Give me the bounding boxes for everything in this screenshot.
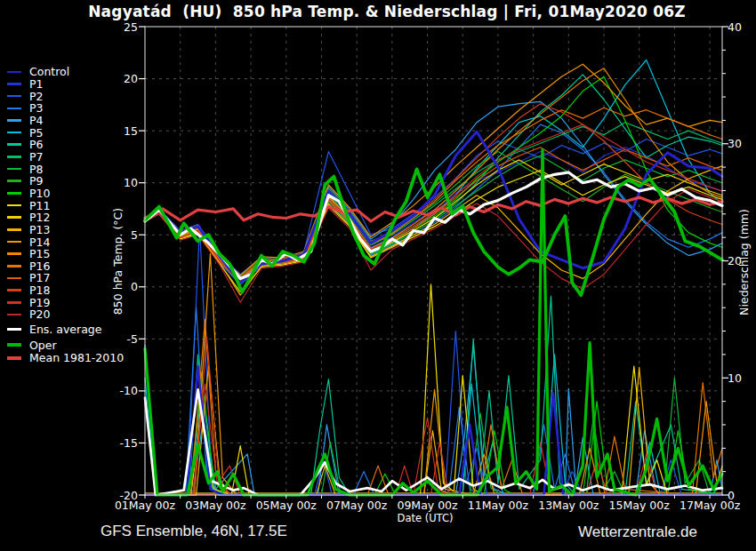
legend-color-swatch xyxy=(7,83,21,85)
series xyxy=(145,60,722,496)
legend-item-p5: P5 xyxy=(7,126,124,139)
legend-color-swatch xyxy=(7,265,21,268)
legend-item-p9: P9 xyxy=(7,175,124,188)
legend-color-swatch xyxy=(7,241,21,244)
svg-text:01May 00z: 01May 00z xyxy=(115,499,176,512)
legend-item-p3: P3 xyxy=(7,102,124,115)
svg-text:07May 00z: 07May 00z xyxy=(326,499,388,512)
svg-text:10: 10 xyxy=(124,176,138,189)
legend-color-swatch xyxy=(7,95,21,98)
legend-item-p2: P2 xyxy=(7,90,124,102)
svg-text:40: 40 xyxy=(728,20,742,34)
legend-color-swatch xyxy=(7,192,21,195)
svg-text:30: 30 xyxy=(728,137,742,150)
legend-label: P9 xyxy=(29,175,44,187)
legend-color-swatch xyxy=(7,328,21,331)
legend-color-swatch xyxy=(7,343,21,347)
legend-color-swatch xyxy=(7,156,21,158)
svg-text:20: 20 xyxy=(124,72,138,85)
legend-item-p13: P13 xyxy=(7,224,124,236)
legend-item-p19: P19 xyxy=(7,296,124,308)
legend-label: P19 xyxy=(29,297,50,308)
legend-label: P18 xyxy=(29,284,50,296)
legend-label: P10 xyxy=(29,188,50,199)
series-p5 xyxy=(145,60,722,496)
legend-item-p17: P17 xyxy=(7,272,124,284)
legend-item-oper: Oper xyxy=(7,339,124,351)
legend-item-ens-average: Ens. average xyxy=(7,323,124,336)
legend-item-p20: P20 xyxy=(7,308,124,321)
legend-color-swatch xyxy=(7,168,21,171)
legend-label: P4 xyxy=(29,115,44,126)
legend-label: P7 xyxy=(29,151,44,163)
svg-text:15May 00z: 15May 00z xyxy=(609,499,671,512)
legend-item-p16: P16 xyxy=(7,260,124,273)
legend-label: P2 xyxy=(29,91,44,102)
legend-color-swatch xyxy=(7,356,21,360)
site-credit-text: Wetterzentrale.de xyxy=(578,523,697,541)
legend-label: Mean 1981-2010 xyxy=(29,352,124,363)
legend-item-p11: P11 xyxy=(7,199,124,212)
legend-item-p10: P10 xyxy=(7,188,124,200)
legend-color-swatch xyxy=(7,108,21,110)
svg-text:0: 0 xyxy=(131,280,138,293)
legend-label: P12 xyxy=(29,212,50,223)
legend-label: P1 xyxy=(29,78,44,90)
legend-label: Control xyxy=(29,66,69,77)
svg-text:10: 10 xyxy=(728,371,742,385)
svg-text:-10: -10 xyxy=(120,384,138,397)
legend-label: P5 xyxy=(29,127,44,139)
legend-item-p6: P6 xyxy=(7,139,124,151)
svg-text:Date (UTC): Date (UTC) xyxy=(398,512,454,524)
svg-text:15: 15 xyxy=(124,124,138,138)
legend-label: Oper xyxy=(29,339,57,351)
legend-label: P14 xyxy=(29,236,50,248)
legend-label: P3 xyxy=(29,102,44,114)
legend-color-swatch xyxy=(7,289,21,291)
svg-text:09May 00z: 09May 00z xyxy=(397,499,458,512)
svg-text:11May 00z: 11May 00z xyxy=(468,499,529,512)
legend-item-p12: P12 xyxy=(7,212,124,224)
legend-label: P13 xyxy=(29,224,50,236)
svg-text:-15: -15 xyxy=(120,436,138,450)
grid xyxy=(145,27,722,495)
svg-text:-5: -5 xyxy=(127,332,138,346)
legend-item-p4: P4 xyxy=(7,115,124,127)
series-p17 xyxy=(145,148,722,283)
svg-text:13May 00z: 13May 00z xyxy=(538,499,599,512)
series-p2 xyxy=(145,140,722,496)
legend-color-swatch xyxy=(7,180,21,182)
legend-item-p14: P14 xyxy=(7,236,124,248)
legend-label: P11 xyxy=(29,200,50,212)
meteogram-app: 2520151050-5-10-15-2040302010001May 00z0… xyxy=(0,0,756,551)
svg-text:17May 00z: 17May 00z xyxy=(680,499,741,512)
legend-label: P8 xyxy=(29,164,44,175)
legend-label: P20 xyxy=(29,308,50,320)
legend-item-p8: P8 xyxy=(7,163,124,175)
legend-item-p1: P1 xyxy=(7,78,124,91)
legend-color-swatch xyxy=(7,132,21,134)
legend-item-control: Control xyxy=(7,66,124,78)
legend-item-mean-1981-2010: Mean 1981-2010 xyxy=(7,352,124,364)
legend-color-swatch xyxy=(7,204,21,207)
legend-item-p15: P15 xyxy=(7,248,124,260)
svg-text:25: 25 xyxy=(124,20,138,34)
legend-color-swatch xyxy=(7,314,21,316)
legend-color-swatch xyxy=(7,216,21,219)
legend-color-swatch xyxy=(7,277,21,280)
legend-label: P6 xyxy=(29,139,44,150)
legend-color-swatch xyxy=(7,71,21,74)
legend-color-swatch xyxy=(7,143,21,146)
chart-title: Nagyatád (HU) 850 hPa Temp. & Niederschl… xyxy=(18,3,756,20)
legend-label: P16 xyxy=(29,260,50,272)
series-p6 xyxy=(145,75,722,495)
legend-item-p18: P18 xyxy=(7,284,124,297)
legend-color-swatch xyxy=(7,252,21,255)
model-info-text: GFS Ensemble, 46N, 17.5E xyxy=(101,523,287,540)
legend-color-swatch xyxy=(7,119,21,122)
legend-color-swatch xyxy=(7,228,21,231)
legend-color-swatch xyxy=(7,301,21,304)
legend-label: P17 xyxy=(29,272,50,283)
svg-text:03May 00z: 03May 00z xyxy=(185,499,246,512)
legend: ControlP1P2P3P4P5P6P7P8P9P10P11P12P13P14… xyxy=(7,66,124,364)
